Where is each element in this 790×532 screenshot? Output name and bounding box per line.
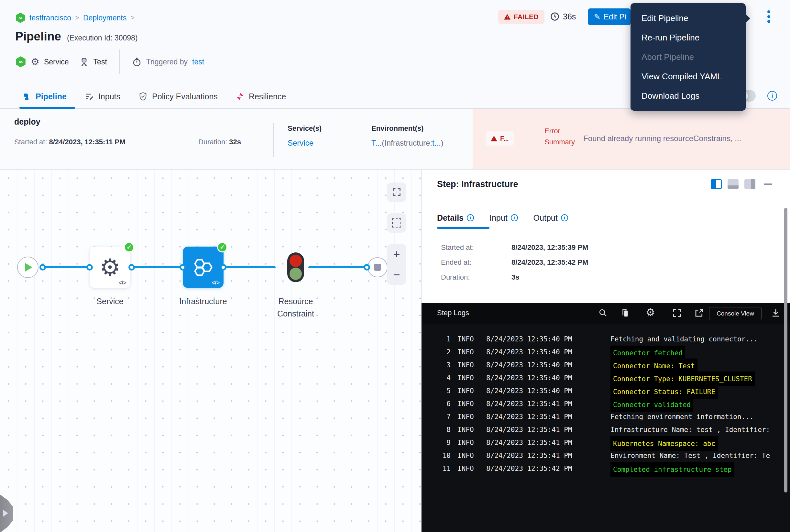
tab-inputs[interactable]: Inputs: [85, 92, 120, 101]
edge-connector-dot: [39, 264, 46, 270]
detail-started-label: Started at:: [441, 243, 474, 252]
canvas-marquee-select-button[interactable]: [387, 213, 406, 233]
info-icon[interactable]: i: [767, 91, 777, 101]
edge-service-to-infrastructure: [132, 266, 184, 268]
pipeline-context-menu: Edit Pipeline Re-run Pipeline Abort Pipe…: [631, 3, 746, 111]
info-icon[interactable]: i: [467, 214, 474, 221]
harness-logo-icon: ∞: [15, 12, 25, 23]
edge-start-to-service: [43, 266, 91, 268]
tab-policy-evaluations[interactable]: Policy Evaluations: [138, 92, 218, 101]
pipeline-canvas[interactable]: ⚙ ✓ </> ✓ </> Service Infrastructure Res…: [0, 170, 421, 532]
triggered-by-user-link[interactable]: test: [192, 58, 204, 66]
template-code-icon: </>: [212, 280, 220, 286]
meta-environment-label[interactable]: Test: [94, 58, 107, 66]
fullscreen-logs-icon[interactable]: [672, 308, 682, 318]
log-line: 9INFO8/24/2023 12:35:41 PMKubernetes Nam…: [422, 436, 790, 449]
panel-scrollbar[interactable]: [784, 208, 787, 493]
log-line: 5INFO8/24/2023 12:35:40 PMConnector Stat…: [422, 384, 790, 397]
layout-bottom-panel-button[interactable]: [728, 179, 738, 189]
step-logs-header: Step Logs ⚙ Console View: [422, 303, 790, 324]
log-lines[interactable]: 1INFO8/24/2023 12:35:40 PMFetching and v…: [422, 332, 790, 475]
zoom-out-button[interactable]: −: [393, 269, 400, 281]
tab-output[interactable]: Outputi: [534, 213, 568, 223]
warning-triangle-icon: !: [491, 136, 497, 141]
menu-item-rerun-pipeline[interactable]: Re-run Pipeline: [631, 28, 746, 47]
meta-service-label[interactable]: Service: [44, 58, 69, 66]
tab-details[interactable]: Detailsi: [437, 213, 474, 223]
environment-icon: [79, 57, 89, 66]
tab-pipeline[interactable]: Pipeline: [23, 92, 66, 101]
breadcrumb-project-link[interactable]: testfrancisco: [30, 14, 71, 22]
tab-resilience[interactable]: Resilience: [236, 92, 286, 101]
success-check-badge: ✓: [217, 242, 227, 252]
log-line: 2INFO8/24/2023 12:35:40 PMConnector fetc…: [422, 346, 790, 359]
pipeline-end-node[interactable]: [367, 257, 388, 277]
log-line: 11INFO8/24/2023 12:35:42 PMCompleted inf…: [422, 462, 790, 475]
log-settings-gear-icon[interactable]: ⚙: [646, 307, 655, 318]
console-view-button[interactable]: Console View: [709, 307, 762, 320]
detail-started-value: 8/24/2023, 12:35:39 PM: [512, 243, 588, 252]
detail-duration-label: Duration:: [441, 273, 470, 282]
service-node-label: Service: [90, 295, 130, 307]
minimize-panel-button[interactable]: [764, 184, 772, 185]
canvas-fit-view-button[interactable]: [387, 183, 406, 202]
zoom-in-button[interactable]: +: [393, 248, 400, 260]
more-options-menu-button[interactable]: [766, 11, 772, 23]
meta-divider: [119, 50, 120, 74]
success-check-badge: ✓: [124, 242, 134, 252]
stopwatch-icon: [132, 57, 142, 66]
execution-id: (Execution Id: 30098): [67, 34, 138, 42]
log-line: 8INFO8/24/2023 12:35:41 PMInfrastructure…: [422, 423, 790, 436]
clock-icon: [550, 12, 560, 21]
edge-connector-dot: [129, 264, 135, 270]
resource-constraint-node[interactable]: [287, 252, 304, 282]
step-panel-title: Step: Infrastructure: [437, 179, 518, 189]
infrastructure-step-node[interactable]: ✓ </>: [183, 247, 224, 288]
shield-check-icon: [138, 92, 148, 101]
menu-item-download-logs[interactable]: Download Logs: [631, 86, 746, 106]
edge-connector-dot: [179, 264, 186, 270]
traffic-light-red: [290, 255, 302, 267]
menu-item-view-compiled-yaml[interactable]: View Compiled YAML: [631, 66, 746, 86]
stage-name[interactable]: deploy: [14, 117, 40, 127]
service-step-node[interactable]: ⚙ ✓ </>: [90, 247, 130, 288]
breadcrumb-separator: >: [75, 14, 79, 22]
panel-layout-switcher: [711, 179, 772, 189]
template-code-icon: </>: [118, 280, 127, 286]
inputs-icon: [85, 92, 94, 101]
pipeline-meta-row: ∞ ⚙ Service Test Triggered by test: [15, 54, 204, 69]
stage-summary-bar: deploy Started at:8/24/2023, 12:35:11 PM…: [0, 109, 790, 170]
edge-infrastructure-to-constraint: [223, 266, 276, 268]
service-gear-icon: ⚙: [100, 255, 121, 279]
page-title: Pipeline: [15, 30, 61, 43]
svg-text:∞: ∞: [18, 15, 22, 21]
error-summary-panel: ! F... Error Summary Found already runni…: [473, 109, 790, 169]
breadcrumb-separator: >: [130, 14, 135, 22]
layout-minimized-panel-button[interactable]: [745, 179, 755, 189]
infrastructure-hexagons-icon: [192, 256, 214, 278]
menu-item-edit-pipeline[interactable]: Edit Pipeline: [631, 8, 746, 28]
tab-input[interactable]: Inputi: [489, 213, 518, 223]
download-logs-icon[interactable]: [771, 308, 781, 318]
services-label: Service(s): [288, 124, 322, 133]
copy-logs-icon[interactable]: [620, 308, 630, 318]
layout-right-panel-button[interactable]: [711, 179, 722, 189]
environments-value-link[interactable]: T...(Infrastructure:t...): [371, 138, 444, 148]
log-line: 1INFO8/24/2023 12:35:40 PMFetching and v…: [422, 332, 790, 346]
detail-ended-label: Ended at:: [441, 258, 471, 267]
open-logs-external-icon[interactable]: [694, 308, 704, 318]
info-icon[interactable]: i: [561, 214, 568, 221]
breadcrumb-deployments-link[interactable]: Deployments: [83, 14, 127, 22]
log-line: 10INFO8/24/2023 12:35:41 PMEnvironment N…: [422, 449, 790, 462]
info-icon[interactable]: i: [511, 214, 518, 221]
search-logs-icon[interactable]: [598, 308, 608, 318]
triggered-by-label: Triggered by: [146, 58, 188, 66]
edit-pipeline-button[interactable]: ✎ Edit Pi: [588, 8, 631, 25]
log-line: 4INFO8/24/2023 12:35:40 PMConnector Type…: [422, 372, 790, 384]
edge-connector-dot: [86, 264, 93, 270]
pipeline-icon: [23, 92, 31, 101]
error-summary-message[interactable]: Found already running resourceConstrains…: [583, 134, 784, 143]
breadcrumb: ∞ testfrancisco > Deployments >: [15, 12, 135, 23]
services-value-link[interactable]: Service: [288, 138, 313, 148]
pipeline-start-node[interactable]: [17, 256, 38, 278]
